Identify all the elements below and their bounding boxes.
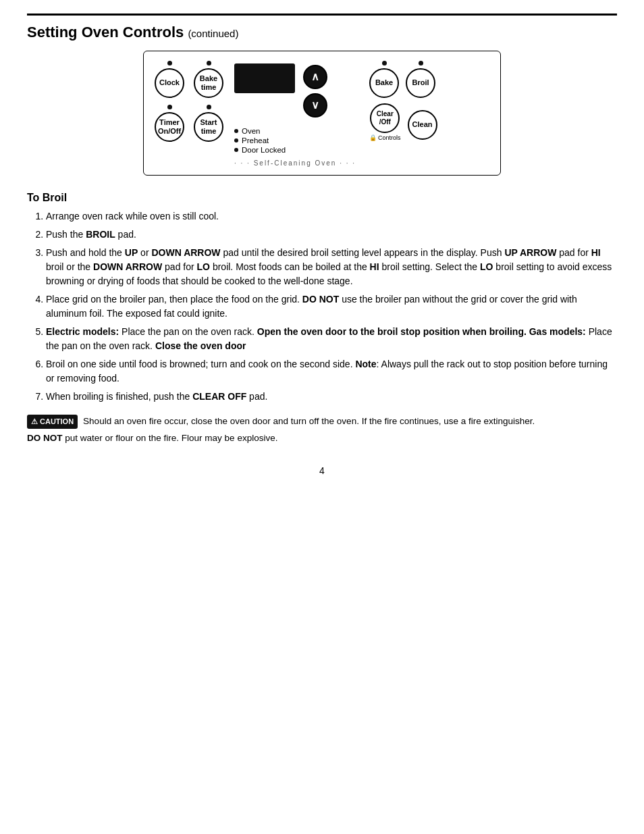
control-panel-diagram: Clock Baketime TimerOn/Off xyxy=(143,51,501,176)
down-arrow-icon: ∨ xyxy=(311,99,319,111)
title-text: Setting Oven Controls xyxy=(27,24,184,41)
bake-label: Bake xyxy=(375,78,393,87)
display-screen xyxy=(234,63,295,93)
timer-btn-wrapper: TimerOn/Off xyxy=(155,105,184,142)
up-arrow-button[interactable]: ∧ xyxy=(303,65,327,89)
step-3-text: Push and hold the UP or DOWN ARROW pad u… xyxy=(46,247,612,286)
step-4-text: Place grid on the broiler pan, then plac… xyxy=(46,294,577,319)
caution-secondary-rest: put water or flour on the fire. Flour ma… xyxy=(65,433,277,443)
broil-label: Broil xyxy=(412,78,429,87)
top-right-row: Bake Broil xyxy=(369,61,437,98)
controls-text: Controls xyxy=(378,134,401,141)
bake-time-button[interactable]: Baketime xyxy=(194,68,223,98)
door-locked-indicator: Door Locked xyxy=(234,146,286,154)
step-1-text: Arrange oven rack while oven is still co… xyxy=(46,211,219,221)
step-5-text: Electric models: Place the pan on the ov… xyxy=(46,326,612,351)
timer-on-off-label: TimerOn/Off xyxy=(158,118,181,136)
lock-icon: 🔒 xyxy=(369,134,377,141)
top-border xyxy=(27,14,617,16)
step-7: When broiling is finished, push the CLEA… xyxy=(46,390,617,404)
caution-main-text: Should an oven fire occur, close the ove… xyxy=(83,415,535,428)
step-2-text: Push the BROIL pad. xyxy=(46,229,136,240)
bake-button[interactable]: Bake xyxy=(369,68,399,98)
self-clean-text: · · · Self-Cleaning Oven · · · xyxy=(234,159,356,167)
caution-badge: CAUTION xyxy=(27,415,78,429)
broil-btn-wrapper: Broil xyxy=(406,61,435,98)
broil-button[interactable]: Broil xyxy=(406,68,435,98)
preheat-dot xyxy=(234,138,238,142)
clear-off-label: Clear/Off xyxy=(377,110,394,126)
step-4: Place grid on the broiler pan, then plac… xyxy=(46,292,617,321)
controls-label: 🔒 Controls xyxy=(369,134,401,141)
clean-btn-wrapper: Clean xyxy=(408,110,437,140)
left-button-group: Clock Baketime TimerOn/Off xyxy=(155,61,223,142)
clean-label: Clean xyxy=(412,120,433,129)
clear-off-button[interactable]: Clear/Off xyxy=(370,103,400,133)
preheat-label: Preheat xyxy=(242,136,269,145)
up-arrow-icon: ∧ xyxy=(311,70,319,83)
oven-label: Oven xyxy=(242,127,261,135)
indicator-group: Oven Preheat Door Locked · · · Self-Clea… xyxy=(234,127,356,167)
down-arrow-button[interactable]: ∨ xyxy=(303,93,327,118)
door-locked-label: Door Locked xyxy=(242,146,286,154)
caution-box: CAUTION Should an oven fire occur, close… xyxy=(27,415,617,445)
continued-text: (continued) xyxy=(188,28,238,39)
start-time-label: Starttime xyxy=(200,118,217,136)
section-heading: To Broil xyxy=(27,192,617,204)
step-6: Broil on one side until food is browned;… xyxy=(46,357,617,386)
clock-button[interactable]: Clock xyxy=(155,68,184,98)
broil-dot xyxy=(419,61,423,66)
start-time-btn-wrapper: Starttime xyxy=(194,105,223,142)
caution-secondary-text: DO NOT put water or flour on the fire. F… xyxy=(27,432,617,445)
step-6-text: Broil on one side until food is browned;… xyxy=(46,359,608,384)
door-locked-dot xyxy=(234,148,238,152)
right-button-group: Bake Broil Clear/Off 🔒 xyxy=(369,61,437,141)
bake-dot xyxy=(382,61,387,66)
timer-dot xyxy=(167,105,172,109)
top-left-row: Clock Baketime xyxy=(155,61,223,98)
preheat-indicator: Preheat xyxy=(234,136,269,145)
bake-time-dot xyxy=(207,61,211,66)
bake-btn-wrapper: Bake xyxy=(369,61,399,98)
step-5: Electric models: Place the pan on the ov… xyxy=(46,325,617,353)
page-number: 4 xyxy=(27,465,617,476)
bake-time-label: Baketime xyxy=(200,74,217,92)
start-time-dot xyxy=(207,105,211,109)
bottom-right-row: Clear/Off 🔒 Controls Clean xyxy=(369,103,437,141)
caution-badge-text: CAUTION xyxy=(40,416,74,427)
oven-indicator: Oven xyxy=(234,127,261,135)
clock-dot xyxy=(167,61,172,66)
arrow-button-group: ∧ ∨ xyxy=(303,65,327,118)
broil-steps-list: Arrange oven rack while oven is still co… xyxy=(46,209,617,404)
page-title: Setting Oven Controls (continued) xyxy=(27,24,617,41)
clock-label: Clock xyxy=(159,78,180,87)
bake-time-btn-wrapper: Baketime xyxy=(194,61,223,98)
clean-button[interactable]: Clean xyxy=(408,110,437,140)
timer-on-off-button[interactable]: TimerOn/Off xyxy=(155,112,184,142)
bottom-left-row: TimerOn/Off Starttime xyxy=(155,105,223,142)
step-7-text: When broiling is finished, push the CLEA… xyxy=(46,391,267,402)
clock-btn-wrapper: Clock xyxy=(155,61,184,98)
step-1: Arrange oven rack while oven is still co… xyxy=(46,209,617,224)
step-3: Push and hold the UP or DOWN ARROW pad u… xyxy=(46,246,617,288)
clear-off-wrapper: Clear/Off 🔒 Controls xyxy=(369,103,401,141)
step-2: Push the BROIL pad. xyxy=(46,228,617,242)
oven-dot xyxy=(234,129,238,133)
start-time-button[interactable]: Starttime xyxy=(194,112,223,142)
